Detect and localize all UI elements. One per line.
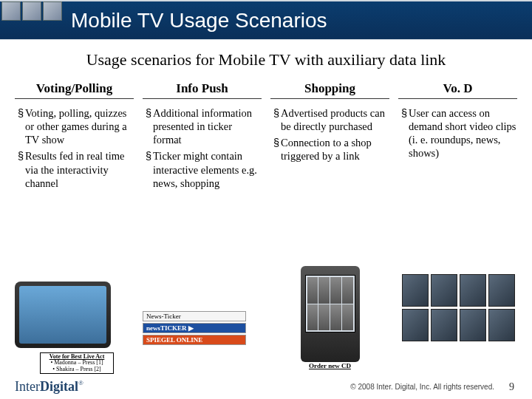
column-header: Shopping — [270, 81, 389, 99]
bullet-icon: § — [401, 106, 409, 160]
illus-voting: Vote for Best Live Act • Madonna – Press… — [15, 282, 134, 369]
bullet-text: Ticker might contain interactive element… — [153, 149, 262, 189]
bullet-icon: § — [18, 149, 25, 189]
bullet-text: Advertised products can be directly purc… — [281, 106, 389, 133]
illus-infopush: News-Ticker newsTICKER ▶ SPIEGEL ONLINE — [143, 282, 262, 369]
bullet-icon: § — [18, 106, 25, 146]
bullet-icon: § — [146, 106, 153, 146]
vote-option: • Shakira – Press [2] — [42, 366, 112, 372]
column-header: Vo. D — [398, 81, 517, 99]
vote-callout: Vote for Best Live Act • Madonna – Press… — [40, 352, 114, 374]
logo: InterDigital® — [15, 379, 83, 395]
slide-footer: InterDigital® © 2008 Inter. Digital, Inc… — [0, 379, 532, 395]
logo-part: Inter — [15, 379, 40, 394]
header-photo — [43, 1, 62, 21]
column-vod: Vo. D §User can access on demand short v… — [398, 81, 517, 193]
column-voting: Voting/Polling §Voting, polling, quizzes… — [15, 81, 134, 193]
tablet-icon — [15, 282, 111, 348]
copyright-text: © 2008 Inter. Digital, Inc. All rights r… — [350, 383, 494, 391]
ticker-illustration: News-Ticker newsTICKER ▶ SPIEGEL ONLINE — [143, 311, 246, 347]
ticker-row: SPIEGEL ONLINE — [143, 335, 246, 345]
title-bar: Mobile TV Usage Scenarios — [0, 0, 532, 40]
vod-thumbnail-grid — [402, 274, 517, 341]
bullet-icon: § — [146, 149, 153, 189]
illus-shopping: NOKIA Order new CD — [270, 282, 389, 369]
logo-part: Digital — [40, 379, 78, 394]
columns-container: Voting/Polling §Voting, polling, quizzes… — [0, 81, 532, 193]
phone-icon — [301, 266, 360, 362]
bullet-text: Results fed in real time via the interac… — [25, 149, 134, 189]
column-infopush: Info Push §Additional information presen… — [143, 81, 262, 193]
column-header: Voting/Polling — [15, 81, 134, 99]
registered-icon: ® — [78, 379, 83, 386]
bullet-text: Connection to a shop triggered by a link — [281, 136, 389, 163]
column-shopping: Shopping §Advertised products can be dir… — [270, 81, 389, 193]
bullet-text: Voting, polling, quizzes or other games … — [25, 106, 134, 146]
illus-vod — [398, 282, 517, 369]
header-photo — [1, 1, 21, 21]
bullet-text: User can access on demand short video cl… — [409, 106, 517, 160]
slide-title: Mobile TV Usage Scenarios — [71, 9, 327, 33]
column-header: Info Push — [143, 81, 262, 99]
header-photo — [22, 1, 41, 21]
bullet-icon: § — [273, 106, 281, 133]
page-number: 9 — [509, 381, 514, 393]
slide-subtitle: Usage scenarios for Mobile TV with auxil… — [0, 50, 532, 69]
order-cta: Order new CD — [270, 362, 389, 369]
bullet-icon: § — [273, 136, 281, 163]
ticker-row: News-Ticker — [143, 311, 246, 321]
bullet-text: Additional information presented in tick… — [153, 106, 262, 146]
ticker-row: newsTICKER ▶ — [143, 323, 246, 333]
